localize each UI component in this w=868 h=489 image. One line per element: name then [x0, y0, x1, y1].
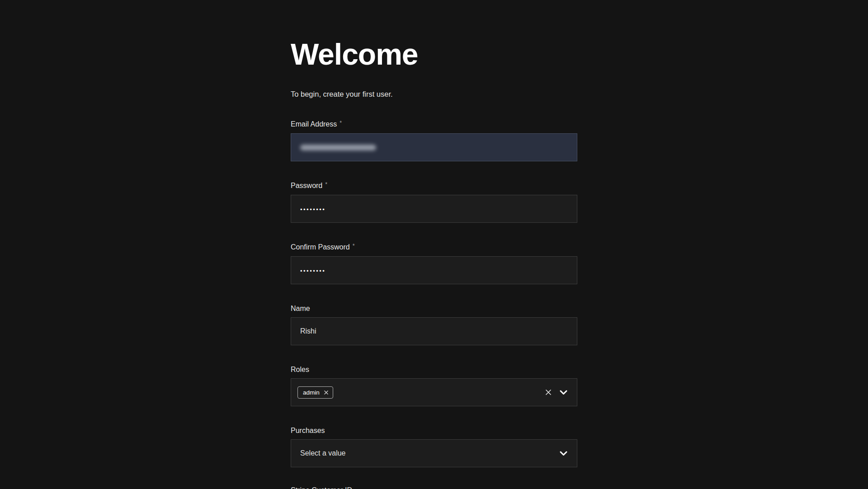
confirm-password-label-text: Confirm Password: [291, 243, 350, 251]
chevron-down-icon[interactable]: [560, 390, 567, 395]
password-field[interactable]: ••••••••: [291, 195, 577, 223]
confirm-password-field-group: Confirm Password* ••••••••: [291, 243, 577, 284]
roles-selected-values: admin: [297, 386, 333, 399]
clear-all-icon[interactable]: [545, 389, 552, 396]
roles-chip-admin[interactable]: admin: [297, 386, 333, 399]
email-field-group: Email Address*: [291, 120, 577, 161]
name-field[interactable]: Rishi: [291, 317, 577, 345]
purchases-select[interactable]: Select a value: [291, 439, 577, 467]
email-label-text: Email Address: [291, 120, 337, 128]
name-field-group: Name Rishi: [291, 304, 577, 345]
password-required-mark: *: [325, 181, 327, 188]
confirm-password-required-mark: *: [353, 243, 355, 249]
chip-remove-icon[interactable]: [324, 390, 329, 395]
setup-form-container: Welcome To begin, create your first user…: [291, 0, 577, 487]
stripe-customer-id-label: Stripe Customer ID: [291, 486, 352, 489]
roles-field-group: Roles admin: [291, 365, 577, 406]
setup-page: { "page": { "title": "Welcome", "subtitl…: [0, 0, 868, 489]
name-label: Name: [291, 304, 577, 313]
create-first-user-form: Email Address* Password* •••••••• Confir…: [291, 120, 577, 467]
purchases-placeholder: Select a value: [300, 449, 346, 457]
roles-label: Roles: [291, 365, 577, 374]
password-label: Password*: [291, 181, 577, 191]
purchases-field-group: Purchases Select a value: [291, 426, 577, 467]
name-value: Rishi: [300, 327, 316, 335]
password-field-group: Password* ••••••••: [291, 181, 577, 223]
password-masked-value: ••••••••: [300, 206, 326, 213]
page-subtitle: To begin, create your first user.: [291, 89, 577, 99]
email-label: Email Address*: [291, 120, 577, 129]
page-title: Welcome: [291, 39, 577, 70]
confirm-password-masked-value: ••••••••: [300, 268, 326, 274]
email-field[interactable]: [291, 133, 577, 161]
purchases-label: Purchases: [291, 426, 577, 435]
email-redacted-value: [300, 145, 376, 150]
roles-multiselect[interactable]: admin: [291, 378, 577, 406]
confirm-password-label: Confirm Password*: [291, 243, 577, 252]
confirm-password-field[interactable]: ••••••••: [291, 256, 577, 284]
roles-indicators: [545, 389, 567, 396]
password-label-text: Password: [291, 182, 322, 189]
roles-chip-label: admin: [303, 389, 320, 396]
email-required-mark: *: [340, 120, 342, 126]
chevron-down-icon[interactable]: [560, 451, 567, 456]
